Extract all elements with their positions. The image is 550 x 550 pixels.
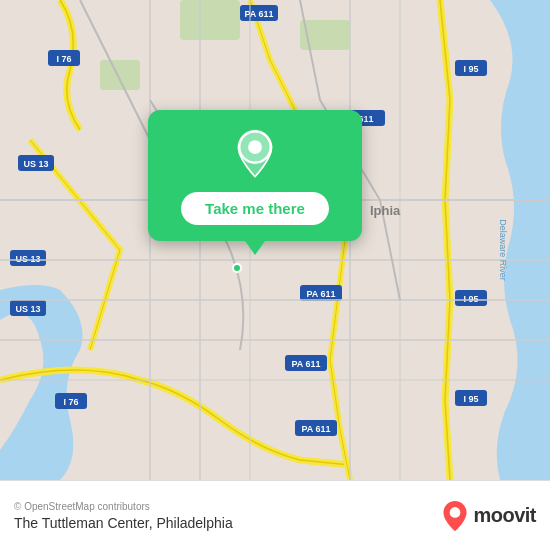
svg-text:PA 611: PA 611 [244,9,273,19]
svg-text:US 13: US 13 [15,254,40,264]
svg-text:PA 611: PA 611 [291,359,320,369]
svg-text:I 76: I 76 [56,54,71,64]
svg-text:lphia: lphia [370,203,401,218]
take-me-there-button[interactable]: Take me there [181,192,329,225]
svg-rect-3 [100,60,140,90]
bottom-bar: © OpenStreetMap contributors The Tuttlem… [0,480,550,550]
svg-text:US 13: US 13 [23,159,48,169]
location-name: The Tuttleman Center, Philadelphia [14,515,233,531]
svg-point-46 [450,507,461,518]
svg-text:PA 611: PA 611 [306,289,335,299]
svg-text:Delaware River: Delaware River [498,219,508,281]
osm-attribution: © OpenStreetMap contributors [14,501,233,512]
svg-point-42 [233,264,241,272]
svg-point-45 [248,140,262,154]
svg-text:I 95: I 95 [463,394,478,404]
moovit-brand-text: moovit [473,504,536,527]
bottom-info: © OpenStreetMap contributors The Tuttlem… [14,501,233,531]
popup-card: Take me there [148,110,362,241]
moovit-logo: moovit [441,500,536,532]
moovit-pin-icon [441,500,469,532]
svg-rect-1 [180,0,240,40]
location-pin-icon [229,128,281,180]
svg-text:I 95: I 95 [463,294,478,304]
svg-text:I 76: I 76 [63,397,78,407]
svg-text:US 13: US 13 [15,304,40,314]
svg-text:PA 611: PA 611 [301,424,330,434]
svg-text:I 95: I 95 [463,64,478,74]
map-container: I 76 I 76 US 13 US 13 US 13 PA 611 611 P… [0,0,550,480]
